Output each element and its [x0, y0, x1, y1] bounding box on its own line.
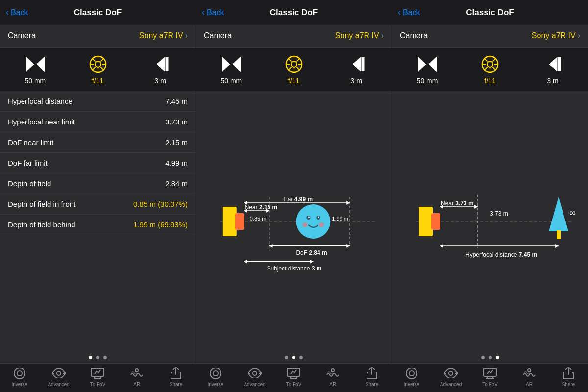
- tab-advanced[interactable]: Advanced: [235, 367, 274, 387]
- tab-share[interactable]: Share: [352, 367, 392, 387]
- control-focal-length[interactable]: 50 mm: [200, 52, 263, 87]
- control-distance[interactable]: 3 m: [325, 52, 388, 87]
- pagination: [0, 352, 196, 363]
- stat-row: DoF near limit 2.15 m: [0, 132, 196, 153]
- tab-advanced[interactable]: Advanced: [39, 367, 78, 387]
- tab-to fov[interactable]: To FoV: [274, 367, 314, 387]
- focal-length-icon: [25, 54, 45, 74]
- control-value-1: f/11: [92, 77, 103, 85]
- tab-bar: Inverse Advanced To FoV AR: [196, 363, 392, 392]
- hyperfocal-label: Hyperfocal distance 7.45 m: [466, 251, 537, 258]
- chevron-left-icon: ‹: [398, 7, 401, 18]
- aperture-icon: [88, 54, 108, 74]
- subject-face: [296, 204, 330, 239]
- tab-inverse[interactable]: Inverse: [0, 367, 39, 387]
- control-distance[interactable]: 3 m: [129, 52, 192, 87]
- pagination-dot-2[interactable]: [496, 356, 499, 359]
- near-label: Near 3.73 m: [441, 200, 474, 207]
- svg-marker-37: [353, 57, 361, 71]
- control-aperture[interactable]: f/11: [459, 52, 521, 87]
- camera-body: [223, 207, 237, 236]
- camera-lens: [235, 213, 244, 230]
- share-icon: [169, 367, 183, 380]
- tab-share[interactable]: Share: [549, 367, 588, 387]
- svg-marker-70: [429, 57, 437, 72]
- tab-label-1: Advanced: [244, 382, 265, 387]
- tab-to fov[interactable]: To FoV: [470, 367, 510, 387]
- pagination-dot-2[interactable]: [299, 356, 303, 359]
- stat-value-2: 2.15 m: [165, 138, 188, 147]
- pagination: [196, 352, 392, 363]
- tab-advanced[interactable]: Advanced: [431, 367, 470, 387]
- distance-label: 3.73 m: [490, 210, 508, 217]
- infinity-label: ∞: [569, 208, 576, 218]
- stat-row: Depth of field behind 1.99 m (69.93%): [0, 215, 196, 235]
- svg-marker-90: [555, 244, 559, 248]
- monitor-icon: [483, 367, 497, 380]
- svg-marker-54: [346, 244, 350, 248]
- svg-marker-53: [270, 244, 273, 248]
- dof-label: DoF 2.84 m: [296, 249, 327, 256]
- control-focal-length[interactable]: 50 mm: [4, 52, 67, 87]
- tab-ar[interactable]: AR: [117, 367, 156, 387]
- dof-diagram-svg: Far 4.99 m Near 2.15 m 0.85 m 1.99 m DoF…: [201, 96, 387, 347]
- svg-marker-56: [244, 260, 247, 264]
- control-distance[interactable]: 3 m: [521, 52, 584, 87]
- pagination-dot-0[interactable]: [481, 356, 485, 359]
- control-value-1: f/11: [288, 77, 299, 85]
- tab-share[interactable]: Share: [156, 367, 196, 387]
- near-label: Near 2.15 m: [245, 204, 277, 211]
- control-focal-length[interactable]: 50 mm: [396, 52, 459, 87]
- chevron-left-icon: ‹: [6, 7, 9, 18]
- controls-row: 50 mm f/11 3 m: [0, 48, 196, 91]
- control-value-0: 50 mm: [24, 77, 46, 85]
- back-label: Back: [207, 8, 224, 17]
- panel-panel3: ‹ Back Classic DoF Camera Sony a7R IV › …: [392, 0, 588, 392]
- pagination-dot-2[interactable]: [103, 356, 107, 359]
- monitor-icon: [287, 367, 300, 380]
- back-label: Back: [11, 8, 28, 17]
- svg-line-7: [92, 59, 95, 62]
- svg-rect-82: [558, 57, 561, 71]
- tab-inverse[interactable]: Inverse: [392, 367, 431, 387]
- back-button[interactable]: ‹ Back: [6, 8, 28, 18]
- tab-ar[interactable]: AR: [313, 367, 352, 387]
- circle-icon: [209, 367, 222, 380]
- control-value-1: f/11: [484, 77, 495, 85]
- stat-value-6: 1.99 m (69.93%): [133, 220, 188, 229]
- pagination-dot-1[interactable]: [489, 356, 492, 359]
- svg-line-10: [92, 67, 95, 70]
- control-value-2: 3 m: [547, 77, 558, 85]
- stats-panel: Hyperfocal distance 7.45 m Hyperfocal ne…: [0, 91, 196, 352]
- tab-label-0: Inverse: [208, 382, 224, 387]
- pagination-dot-1[interactable]: [96, 356, 99, 359]
- back-button[interactable]: ‹ Back: [398, 8, 420, 18]
- controls-row: 50 mm f/11 3 m: [392, 48, 588, 91]
- pagination-dot-1[interactable]: [292, 356, 295, 359]
- tab-inverse[interactable]: Inverse: [196, 367, 235, 387]
- chevron-right-icon: ›: [381, 31, 384, 40]
- control-aperture[interactable]: f/11: [67, 52, 129, 87]
- waves-icon: [522, 367, 536, 380]
- svg-point-23: [135, 369, 138, 372]
- share-icon: [562, 367, 575, 380]
- camera-row[interactable]: Camera Sony a7R IV ›: [0, 24, 196, 48]
- stat-value-3: 4.99 m: [165, 159, 188, 167]
- pagination-dot-0[interactable]: [89, 356, 92, 359]
- page-title: Classic DoF: [270, 8, 318, 18]
- back-button[interactable]: ‹ Back: [202, 8, 224, 18]
- tab-ar[interactable]: AR: [510, 367, 549, 387]
- camera-row[interactable]: Camera Sony a7R IV ›: [392, 24, 588, 48]
- svg-point-11: [95, 61, 101, 67]
- control-aperture[interactable]: f/11: [263, 52, 325, 87]
- svg-line-8: [100, 67, 103, 70]
- stat-value-0: 7.45 m: [165, 97, 188, 105]
- camera-lens: [431, 213, 440, 230]
- aperture-icon: [284, 54, 304, 74]
- circle-icon: [405, 367, 418, 380]
- tab-to fov[interactable]: To FoV: [78, 367, 118, 387]
- tab-label-3: AR: [133, 382, 140, 387]
- tab-label-2: To FoV: [90, 382, 106, 387]
- camera-row[interactable]: Camera Sony a7R IV ›: [196, 24, 392, 48]
- pagination-dot-0[interactable]: [285, 356, 288, 359]
